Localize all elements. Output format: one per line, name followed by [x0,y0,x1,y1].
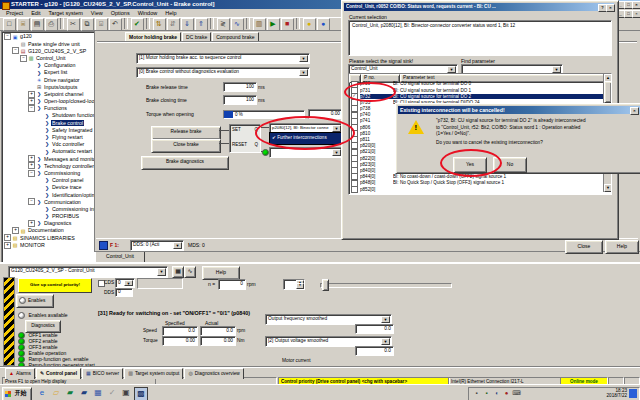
tree-expander-icon[interactable]: − [4,33,11,40]
brake-diag-combo[interactable]: [0] Brake control without diagnostics ev… [136,67,310,78]
tree-item[interactable]: ❯ Flying restart [2,134,94,141]
tree-item[interactable]: + ❯ Messages and monitoring [2,155,94,162]
toolbar-button[interactable] [210,18,214,29]
chevron-down-icon[interactable]: ▼ [381,338,390,345]
tree-item[interactable]: + ❯ Technology controller [2,162,94,169]
tree-item[interactable]: ❯ PROFIBUS [2,213,94,220]
enables-button[interactable]: Enables [16,294,54,308]
tree-item[interactable]: ❯ Control panel [2,177,94,184]
parameter-row[interactable]: p852[0] [349,186,611,192]
chevron-down-icon[interactable]: ▼ [552,66,561,73]
no-button[interactable]: No [493,157,527,173]
parameter-row[interactable]: p848[0] BI: No Quick Stop / Quick Stop (… [349,180,611,186]
parameter-row[interactable]: p731 BI: CU signal source for terminal D… [349,87,611,93]
tree-item[interactable]: + ▧ Documentation [2,227,94,234]
media-app-icon[interactable]: ▰ [64,387,76,399]
tree-item[interactable]: ❯ Brake control [2,119,94,126]
tree-expander-icon[interactable]: − [12,47,19,54]
tree-expander-icon[interactable]: + [12,227,19,234]
new-project-icon[interactable]: □ [3,18,16,31]
scrollbar-thumb[interactable] [604,81,612,103]
check-app-icon[interactable]: ✓ [106,387,118,399]
tree-item[interactable]: ▨ Paste single drive unit [2,40,94,47]
further-interconnections-item[interactable]: ✔ Further interconnections [269,132,345,145]
print-icon[interactable]: ⎙ [45,18,58,31]
notes-app-icon[interactable]: ▦ [92,387,104,399]
simatic-manager-icon[interactable]: ▩ [134,387,148,400]
toolbar-button[interactable] [296,18,300,29]
toolbar-button[interactable] [60,18,64,29]
step7-icon[interactable]: ▣ [120,387,132,399]
chevron-down-icon[interactable]: ▼ [381,316,390,323]
bottom-tab[interactable]: ▥Target system output [124,368,183,379]
tree-item[interactable]: ❯ Safety Integrated [2,126,94,133]
chevron-down-icon[interactable]: ▼ [299,69,308,76]
speed-setpoint-field[interactable]: 0 [218,279,246,290]
dds-combo[interactable]: DDS: 0 (Acti ▼ [130,240,184,251]
giveup-priority-button[interactable]: Give up control priority! [18,278,92,293]
row-checkbox[interactable] [351,186,358,193]
tree-expander-icon[interactable]: + [28,155,35,162]
parameter-row[interactable]: p730 BI: CU signal source for terminal D… [349,81,611,87]
start-button[interactable]: 开始 [2,387,32,400]
chevron-down-icon[interactable]: ▼ [299,55,308,62]
spinner-down-icon[interactable]: ▼ [296,283,304,289]
tree-item[interactable]: ❯ Vdc controller [2,141,94,148]
tree-expander-icon[interactable]: − [28,170,35,177]
help-form-button[interactable]: Help [605,240,639,254]
tray-app-1-icon[interactable]: ▪ [472,389,481,398]
ie-icon[interactable]: e [36,387,48,399]
close-button[interactable]: × [632,1,640,9]
volume-icon[interactable]: ◖ [492,389,501,398]
setpoint-slider-thumb[interactable] [322,279,329,291]
tree-item[interactable]: − ▣ g120 [2,33,94,40]
tree-item[interactable]: − ❯ Communication [2,198,94,205]
tree-expander-icon[interactable]: + [28,91,35,98]
release-brake-button[interactable]: Release brake [151,126,221,140]
tree-item[interactable]: − ▤ G120_CU240S_2_V_SP [2,47,94,54]
chevron-down-icon[interactable]: ▼ [157,268,166,276]
closing-time-field[interactable]: 100 [223,95,257,105]
cut-icon[interactable]: ✂ [67,18,80,31]
tree-expander-icon[interactable]: − [20,55,27,62]
graphics-app-icon[interactable]: ▰ [78,387,90,399]
tree-item[interactable]: + ❯ Diagnostics [2,220,94,227]
scroll-down-icon[interactable]: ▼ [604,184,612,192]
tree-item[interactable]: ❯ Commissioning interface [2,206,94,213]
tree-item[interactable]: − ❯ Functions [2,105,94,112]
torque-value-field[interactable]: 0.00 [308,109,343,119]
tree-item[interactable]: ❯ Device trace [2,184,94,191]
panel-chart-button[interactable]: ∿ [184,266,196,278]
tree-expander-icon[interactable]: − [28,105,35,112]
my-documents-icon[interactable]: ▱ [50,387,62,399]
tree-item[interactable]: + ❯ Open-loop/closed-loop control [2,98,94,105]
tree-item[interactable]: ⊞ Inputs/outputs [2,83,94,90]
chevron-down-icon[interactable]: ▼ [124,280,133,286]
panel-help-button[interactable]: Help [202,266,240,280]
warning-close-button[interactable]: × [630,107,639,115]
brake-type-combo[interactable]: [1] Motor holding brake acc. to sequence… [136,53,310,64]
keyboard-icon[interactable]: ⌨ [512,389,521,398]
tree-expander-icon[interactable]: + [28,162,35,169]
tree-expander-icon[interactable]: + [28,98,35,105]
toolbar-button[interactable] [124,18,128,29]
bottom-tab[interactable]: ▲Alarms [5,368,35,379]
cds-combo[interactable]: 0 ▼ [115,278,135,288]
tree-item[interactable]: − ❯ Commissioning [2,170,94,177]
bottom-tab[interactable]: ✎Control panel [36,368,81,379]
setpoint-slider-track[interactable] [320,283,452,288]
tree-expander-icon[interactable]: + [4,242,11,249]
tree-item[interactable]: + ▧ MONITOR [2,241,94,248]
open-project-icon[interactable]: ⌸ [17,18,30,31]
toolbar-button[interactable] [246,18,250,29]
tree-item[interactable]: ❯ Shutdown functions [2,112,94,119]
tree-expander-icon[interactable]: − [28,198,35,205]
chevron-down-icon[interactable]: ▼ [447,66,456,73]
save-project-icon[interactable]: ▤ [31,18,44,31]
tree-expander-icon[interactable]: + [28,220,35,227]
dialog-close-button[interactable]: × [606,4,615,12]
parameter-row[interactable]: p844[0] BI: No coast-down / coast-down (… [349,174,611,180]
close-form-button[interactable]: Close [565,240,603,254]
tree-item[interactable]: + ▧ SINAMICS LIBRARIES [2,234,94,241]
tree-item[interactable]: + ❯ Setpoint channel [2,91,94,98]
